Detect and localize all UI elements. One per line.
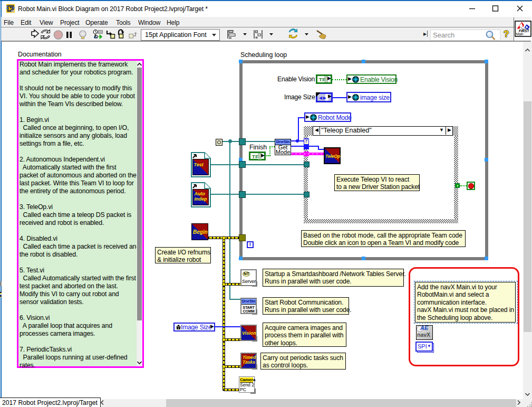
- svg-text:16: 16: [11, 10, 15, 13]
- svg-text:Main: Main: [516, 32, 524, 36]
